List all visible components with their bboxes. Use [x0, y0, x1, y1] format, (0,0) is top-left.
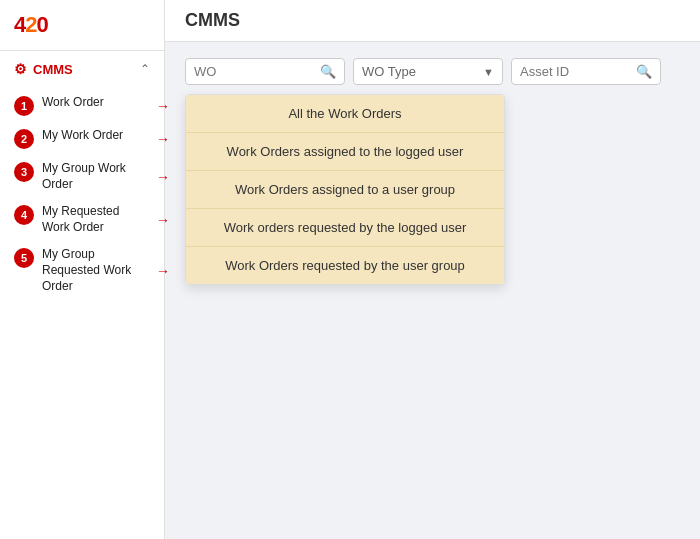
wo-search-wrap[interactable]: 🔍 — [185, 58, 345, 85]
sidebar-section-title: ⚙ CMMS — [14, 61, 73, 77]
chevron-up-icon: ⌃ — [140, 62, 150, 76]
wo-search-input[interactable] — [194, 64, 316, 79]
page-title: CMMS — [185, 10, 240, 31]
sidebar-item-label-1: Work Order — [42, 95, 150, 111]
wo-type-dropdown-menu: All the Work Orders Work Orders assigned… — [185, 94, 505, 285]
sidebar-item-my-group-requested-work-order[interactable]: 5 My Group Requested Work Order → — [0, 241, 164, 300]
sidebar-item-my-requested-work-order[interactable]: 4 My Requested Work Order → — [0, 198, 164, 241]
item-number-2: 2 — [14, 129, 34, 149]
item-number-1: 1 — [14, 96, 34, 116]
sidebar-item-label-3: My Group Work Order — [42, 161, 150, 192]
sidebar-item-work-order[interactable]: 1 Work Order → — [0, 89, 164, 122]
sidebar-item-label-4: My Requested Work Order — [42, 204, 150, 235]
search-bar: 🔍 WO Type ▼ 🔍 — [185, 58, 680, 85]
dropdown-item-all[interactable]: All the Work Orders — [186, 95, 504, 133]
gear-icon: ⚙ — [14, 61, 27, 77]
item-number-3: 3 — [14, 162, 34, 182]
chevron-down-icon: ▼ — [483, 66, 494, 78]
dropdown-item-requested-logged[interactable]: Work orders requested by the logged user — [186, 209, 504, 247]
content-area: 🔍 WO Type ▼ 🔍 All the Work Orders Work O… — [165, 42, 700, 539]
sidebar-item-label-2: My Work Order — [42, 128, 150, 144]
asset-search-icon: 🔍 — [636, 64, 652, 79]
app-container: 420 ⚙ CMMS ⌃ 1 Work Order → 2 My Work Or… — [0, 0, 700, 539]
dropdown-item-assigned-group[interactable]: Work Orders assigned to a user group — [186, 171, 504, 209]
sidebar: 420 ⚙ CMMS ⌃ 1 Work Order → 2 My Work Or… — [0, 0, 165, 539]
sidebar-section-header: ⚙ CMMS ⌃ — [0, 51, 164, 85]
sidebar-item-label-5: My Group Requested Work Order — [42, 247, 150, 294]
item-number-5: 5 — [14, 248, 34, 268]
wo-type-label: WO Type — [362, 64, 416, 79]
item-number-4: 4 — [14, 205, 34, 225]
asset-id-input[interactable] — [520, 64, 632, 79]
sidebar-logo: 420 — [0, 0, 164, 51]
dropdown-item-assigned-logged[interactable]: Work Orders assigned to the logged user — [186, 133, 504, 171]
search-icon: 🔍 — [320, 64, 336, 79]
main-content: CMMS 🔍 WO Type ▼ 🔍 All t — [165, 0, 700, 539]
sidebar-section-label: CMMS — [33, 62, 73, 77]
logo: 420 — [14, 12, 48, 38]
sidebar-nav: 1 Work Order → 2 My Work Order → 3 My Gr… — [0, 85, 164, 304]
sidebar-item-my-work-order[interactable]: 2 My Work Order → — [0, 122, 164, 155]
sidebar-item-my-group-work-order[interactable]: 3 My Group Work Order → — [0, 155, 164, 198]
top-bar: CMMS — [165, 0, 700, 42]
wo-type-dropdown[interactable]: WO Type ▼ — [353, 58, 503, 85]
asset-id-wrap[interactable]: 🔍 — [511, 58, 661, 85]
dropdown-item-requested-group[interactable]: Work Orders requested by the user group — [186, 247, 504, 284]
